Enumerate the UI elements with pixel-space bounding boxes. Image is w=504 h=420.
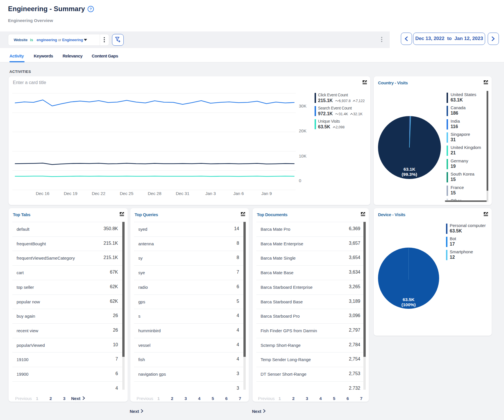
svg-text:Jan 6: Jan 6 (233, 191, 244, 196)
svg-text:(100%): (100%) (401, 302, 416, 307)
svg-text:Dec 16: Dec 16 (36, 191, 49, 196)
svg-text:0: 0 (299, 178, 301, 183)
svg-text:Dec 22: Dec 22 (92, 191, 105, 196)
svg-text:?: ? (90, 7, 92, 11)
svg-text:Jan 9: Jan 9 (261, 191, 272, 196)
svg-text:10K: 10K (299, 154, 307, 158)
svg-text:Dec 31: Dec 31 (176, 191, 189, 196)
svg-text:Jan 3: Jan 3 (205, 191, 216, 196)
svg-text:20K: 20K (299, 128, 307, 133)
svg-text:Dec 25: Dec 25 (120, 191, 133, 196)
svg-text:30K: 30K (299, 103, 307, 108)
svg-text:(99.3%): (99.3%) (402, 172, 417, 177)
svg-text:Dec 28: Dec 28 (148, 191, 161, 196)
svg-text:63.5K: 63.5K (403, 297, 415, 302)
svg-text:Dec 19: Dec 19 (64, 191, 77, 196)
svg-text:63.1K: 63.1K (403, 167, 415, 172)
